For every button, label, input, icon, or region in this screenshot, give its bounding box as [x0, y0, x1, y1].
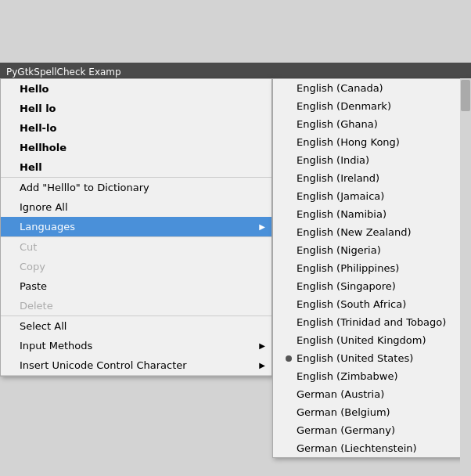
- spell-actions-section: Add "Helllo" to Dictionary Ignore All La…: [1, 178, 271, 237]
- language-item[interactable]: English (Nigeria): [273, 241, 471, 259]
- insert-unicode-item[interactable]: Insert Unicode Control Character ▶: [1, 355, 271, 375]
- language-item[interactable]: English (United Kingdom): [273, 331, 471, 349]
- copy-item[interactable]: Copy: [1, 257, 271, 276]
- language-label: English (New Zealand): [297, 226, 412, 238]
- selection-dot: [286, 103, 292, 110]
- language-label: English (Philippines): [297, 262, 399, 274]
- language-item[interactable]: German (Germany): [273, 421, 471, 439]
- input-methods-arrow: ▶: [259, 341, 265, 350]
- delete-item[interactable]: Delete: [1, 296, 271, 316]
- paste-item[interactable]: Paste: [1, 276, 271, 296]
- title-bar-label: PyGtkSpellCheck Examp: [6, 67, 121, 78]
- language-label: English (Singapore): [297, 280, 396, 292]
- language-label: English (Hong Kong): [297, 136, 400, 148]
- language-item[interactable]: English (Denmark): [273, 97, 471, 115]
- language-label: German (Austria): [297, 388, 384, 400]
- cut-item[interactable]: Cut: [1, 237, 271, 257]
- selection-dot: [286, 265, 292, 272]
- suggestion-hello[interactable]: Hello: [1, 79, 271, 99]
- language-item[interactable]: English (Philippines): [273, 259, 471, 277]
- edit-section: Cut Copy Paste Delete: [1, 237, 271, 316]
- selection-dot: [286, 175, 292, 182]
- language-label: English (South Africa): [297, 298, 406, 310]
- selection-dot: [286, 355, 292, 362]
- selection-dot: [286, 427, 292, 434]
- add-to-dictionary[interactable]: Add "Helllo" to Dictionary: [1, 178, 271, 197]
- language-item[interactable]: German (Austria): [273, 385, 471, 403]
- languages-menu-item[interactable]: Languages ▶: [1, 217, 271, 236]
- selection-dot: [286, 85, 292, 92]
- language-item[interactable]: German (Belgium): [273, 403, 471, 421]
- language-label: English (Denmark): [297, 100, 391, 112]
- language-item[interactable]: English (Trinidad and Tobago): [273, 313, 471, 331]
- selection-dot: [286, 373, 292, 380]
- language-item[interactable]: English (New Zealand): [273, 223, 471, 241]
- input-methods-label: Input Methods: [20, 340, 92, 352]
- language-item[interactable]: English (Canada): [273, 79, 471, 97]
- language-label: English (Ghana): [297, 118, 378, 130]
- selection-dot: [286, 139, 292, 146]
- language-item[interactable]: English (Ghana): [273, 115, 471, 133]
- selection-dot: [286, 409, 292, 416]
- suggestions-section: Hello Hell lo Hell-lo Hellhole Hell: [1, 79, 271, 178]
- selection-dot: [286, 229, 292, 236]
- selection-dot: [286, 301, 292, 308]
- languages-label: Languages: [20, 221, 75, 233]
- language-item[interactable]: English (Zimbabwe): [273, 367, 471, 385]
- context-menu: Hello Hell lo Hell-lo Hellhole Hell Add …: [0, 78, 272, 377]
- suggestion-hell-lo[interactable]: Hell lo: [1, 99, 271, 118]
- language-item[interactable]: English (United States): [273, 349, 471, 367]
- languages-submenu: English (Canada)English (Denmark)English…: [272, 78, 471, 458]
- language-label: English (Zimbabwe): [297, 370, 398, 382]
- language-label: German (Liechtenstein): [297, 442, 417, 454]
- language-label: English (United States): [297, 352, 413, 364]
- input-methods-item[interactable]: Input Methods ▶: [1, 336, 271, 355]
- scrollbar[interactable]: [460, 78, 471, 476]
- language-label: German (Belgium): [297, 406, 390, 418]
- language-item[interactable]: English (South Africa): [273, 295, 471, 313]
- language-label: English (United Kingdom): [297, 334, 426, 346]
- language-label: English (India): [297, 154, 369, 166]
- language-label: English (Nigeria): [297, 244, 381, 256]
- bottom-section: Select All Input Methods ▶ Insert Unicod…: [1, 316, 271, 376]
- selection-dot: [286, 337, 292, 344]
- ignore-all[interactable]: Ignore All: [1, 197, 271, 217]
- suggestion-hellhole[interactable]: Hellhole: [1, 138, 271, 157]
- language-item[interactable]: English (Jamaica): [273, 187, 471, 205]
- language-label: English (Ireland): [297, 172, 379, 184]
- suggestion-hell[interactable]: Hell: [1, 157, 271, 177]
- selection-dot: [286, 283, 292, 290]
- language-label: English (Canada): [297, 82, 383, 94]
- language-item[interactable]: German (Liechtenstein): [273, 439, 471, 457]
- selection-dot: [286, 211, 292, 218]
- language-item[interactable]: English (Singapore): [273, 277, 471, 295]
- language-item[interactable]: English (Hong Kong): [273, 133, 471, 151]
- insert-unicode-label: Insert Unicode Control Character: [20, 359, 187, 371]
- insert-unicode-arrow: ▶: [259, 361, 265, 370]
- select-all-item[interactable]: Select All: [1, 316, 271, 336]
- language-item[interactable]: English (Namibia): [273, 205, 471, 223]
- selection-dot: [286, 391, 292, 398]
- suggestion-hell-dash-lo[interactable]: Hell-lo: [1, 118, 271, 138]
- selection-dot: [286, 121, 292, 128]
- language-item[interactable]: English (Ireland): [273, 169, 471, 187]
- selection-dot: [286, 445, 292, 452]
- language-label: English (Trinidad and Tobago): [297, 316, 446, 328]
- language-label: English (Namibia): [297, 208, 387, 220]
- language-label: English (Jamaica): [297, 190, 384, 202]
- languages-arrow: ▶: [259, 222, 265, 231]
- selection-dot: [286, 157, 292, 164]
- language-label: German (Germany): [297, 424, 395, 436]
- language-item[interactable]: English (India): [273, 151, 471, 169]
- selection-dot: [286, 319, 292, 326]
- selection-dot: [286, 247, 292, 254]
- scrollbar-thumb[interactable]: [461, 80, 470, 111]
- selection-dot: [286, 193, 292, 200]
